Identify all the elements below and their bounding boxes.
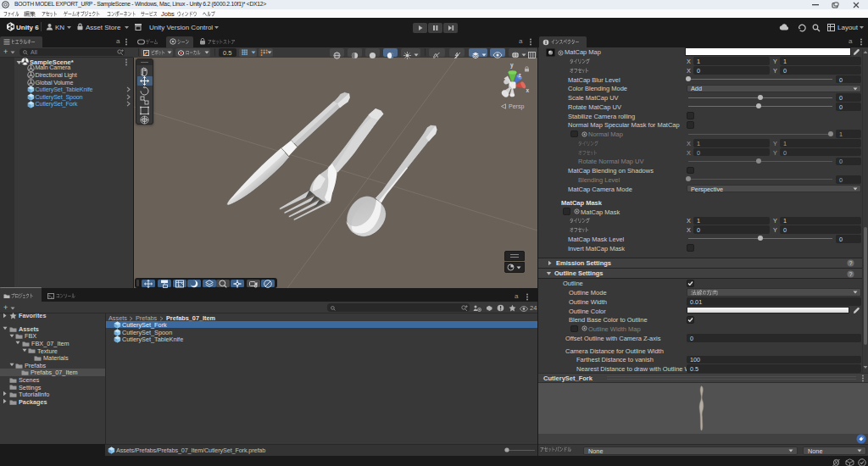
svg-text:?: ?: [849, 271, 853, 277]
svg-text:?: ?: [849, 260, 853, 266]
